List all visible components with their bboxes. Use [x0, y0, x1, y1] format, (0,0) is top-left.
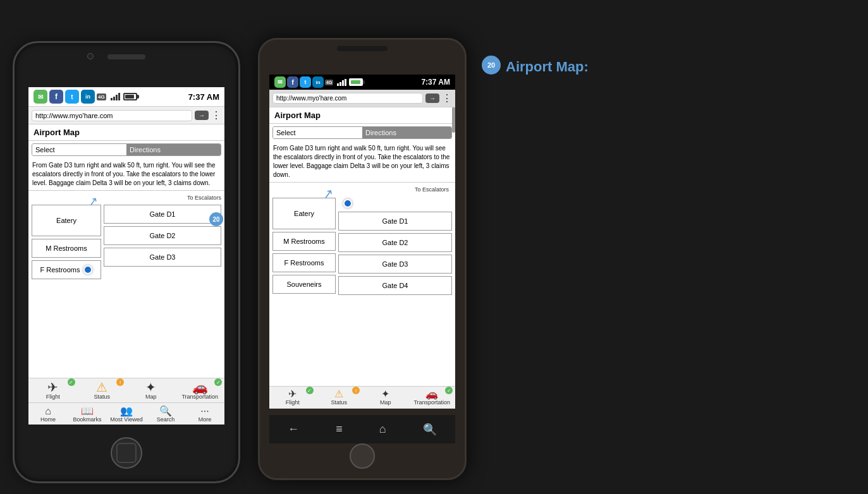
status-label: Status [94, 394, 110, 400]
twitter-icon: t [65, 90, 79, 104]
android-tab-bar: ✈ ✓ Flight ⚠ ! Status ✦ Map 🚗 ✓ Transpor… [269, 386, 455, 409]
battery-icon [123, 93, 137, 100]
callout-badge: 20 [482, 56, 501, 75]
android-nav-bar: ← ≡ ⌂ 🔍 [269, 415, 455, 443]
gate-d3-cell[interactable]: Gate D3 [104, 248, 221, 267]
android-linkedin-icon: in [312, 76, 324, 88]
android-menu-button[interactable]: ⋮ [442, 92, 452, 104]
android-eatery-cell[interactable]: Eatery [272, 198, 336, 229]
mostviewed-label: Most Viewed [110, 416, 142, 423]
android-map-icon: ✦ [381, 389, 389, 399]
location-dot [83, 265, 92, 274]
iphone-camera [87, 53, 94, 59]
android-directions-option[interactable]: Directions [362, 127, 451, 138]
android-battery-icon [349, 78, 363, 86]
map-icon: ✦ [145, 381, 156, 394]
android-map-label: Map [380, 399, 391, 406]
iphone-home-button[interactable] [111, 437, 142, 469]
android-flight-icon: ✈ [288, 389, 296, 399]
iphone-tab-status[interactable]: ⚠ ! Status [78, 378, 127, 402]
android-tab-flight[interactable]: ✈ ✓ Flight [269, 387, 316, 408]
transportation-label: Transportation [181, 394, 218, 400]
android-tab-map[interactable]: ✦ Map [362, 387, 409, 408]
android-screen: ✉ f t in 4G 7:37 AM → ⋮ [269, 75, 455, 409]
to-escalators-label: To Escalators [187, 195, 221, 201]
android-go-button[interactable]: → [425, 93, 439, 103]
android-home-physical-button[interactable] [350, 443, 375, 469]
message-icon: ✉ [34, 90, 47, 104]
android-souvenirs-cell[interactable]: Souveneirs [272, 275, 336, 294]
4g-icon: 4G [97, 93, 106, 100]
iphone-tab-transportation[interactable]: 🚗 ✓ Transportation [176, 378, 225, 402]
map-label: Map [145, 394, 157, 400]
more-label: More [199, 416, 212, 423]
iphone-menu-button[interactable]: ⋮ [211, 109, 221, 121]
iphone-map-left-col: Eatery M Restrooms F Restrooms [32, 205, 101, 279]
android-speaker [337, 46, 388, 51]
iphone-badge: 20 [209, 212, 223, 226]
iphone-directions-option[interactable]: Directions [126, 144, 221, 155]
android-flight-label: Flight [286, 399, 300, 406]
iphone-url-bar: → ⋮ [28, 107, 224, 124]
iphone-bottom-tab-search[interactable]: 🔍 Search [146, 403, 185, 425]
iphone-time: 7:37 AM [188, 92, 219, 102]
iphone-bottom-tab-mostviewed[interactable]: 👥 Most Viewed [107, 403, 146, 425]
android-url-bar: → ⋮ [269, 90, 455, 107]
android-transportation-icon: 🚗 [425, 389, 438, 399]
android-gate-d2-cell[interactable]: Gate D2 [338, 233, 452, 252]
iphone-directions-text: From Gate D3 turn right and walk 50 ft, … [28, 159, 224, 191]
iphone-tabs-bottom: ⌂ Home 📖 Bookmarks 👥 Most Viewed 🔍 Searc… [28, 403, 224, 425]
iphone-tab-flight[interactable]: ✈ ✓ Flight [28, 378, 78, 402]
gate-d1-cell[interactable]: Gate D1 [104, 205, 221, 224]
iphone-tab-bar: ✈ ✓ Flight ⚠ ! Status ✦ Map 🚗 ✓ Transpor… [28, 378, 224, 425]
android-flight-check: ✓ [306, 387, 314, 394]
android-gate-d4-cell[interactable]: Gate D4 [338, 276, 452, 295]
android-tabs: ✈ ✓ Flight ⚠ ! Status ✦ Map 🚗 ✓ Transpor… [269, 387, 455, 409]
flight-label: Flight [46, 394, 60, 400]
iphone-url-input[interactable] [32, 110, 192, 121]
android-url-input[interactable] [272, 93, 423, 104]
android-gate-d3-cell[interactable]: Gate D3 [338, 255, 452, 274]
gate-d2-cell[interactable]: Gate D2 [104, 226, 221, 245]
android-tab-transportation[interactable]: 🚗 ✓ Transportation [409, 387, 456, 408]
f-restrooms-cell[interactable]: F Restrooms [32, 260, 101, 279]
iphone-app-title: Airport Map [28, 124, 224, 141]
android-m-restrooms-cell[interactable]: M Restrooms [272, 232, 336, 251]
status-warn: ! [116, 378, 124, 386]
signal-bars [111, 93, 120, 100]
iphone-go-button[interactable]: → [195, 111, 209, 120]
scroll-thumb[interactable] [452, 107, 455, 133]
callout-text: Airport Map: [506, 59, 589, 75]
iphone-select-option[interactable]: Select [32, 144, 126, 155]
android-status-warn: ! [352, 387, 360, 394]
android-map-grid: ↗ To Escalators Eatery M Restrooms F Res… [269, 183, 455, 298]
iphone-status-icons: ✉ f t in 4G [34, 90, 188, 104]
android-search-nav-button[interactable]: 🔍 [423, 423, 437, 437]
home-label: Home [40, 416, 56, 423]
android-status-bar: ✉ f t in 4G 7:37 AM [269, 75, 455, 90]
iphone-bottom-tab-bookmarks[interactable]: 📖 Bookmarks [68, 403, 107, 425]
android-tab-status[interactable]: ⚠ ! Status [316, 387, 363, 408]
iphone-bottom-tab-home[interactable]: ⌂ Home [28, 403, 68, 425]
android-back-button[interactable]: ← [288, 423, 299, 436]
iphone-tab-map[interactable]: ✦ Map [126, 378, 176, 402]
android-device: ✉ f t in 4G 7:37 AM → ⋮ [258, 38, 467, 480]
android-menu-nav-button[interactable]: ≡ [336, 423, 343, 436]
android-transportation-label: Transportation [413, 399, 450, 406]
more-icon: ··· [200, 406, 209, 416]
iphone-bottom-tab-more[interactable]: ··· More [185, 403, 224, 425]
eatery-cell[interactable]: Eatery [32, 205, 101, 236]
flight-icon: ✈ [47, 381, 58, 394]
facebook-icon: f [49, 90, 63, 104]
iphone-select-bar: Select Directions [32, 143, 221, 156]
android-select-option[interactable]: Select [273, 127, 362, 138]
android-status-label: Status [331, 399, 347, 406]
android-app-title: Airport Map [269, 107, 455, 124]
android-home-nav-button[interactable]: ⌂ [379, 423, 386, 436]
linkedin-icon: in [81, 90, 95, 104]
android-gate-d1-cell[interactable]: Gate D1 [338, 212, 452, 231]
m-restrooms-cell[interactable]: M Restrooms [32, 239, 101, 258]
bookmarks-icon: 📖 [81, 406, 94, 416]
android-f-restrooms-cell[interactable]: F Restrooms [272, 253, 336, 272]
transportation-check: ✓ [214, 378, 222, 386]
